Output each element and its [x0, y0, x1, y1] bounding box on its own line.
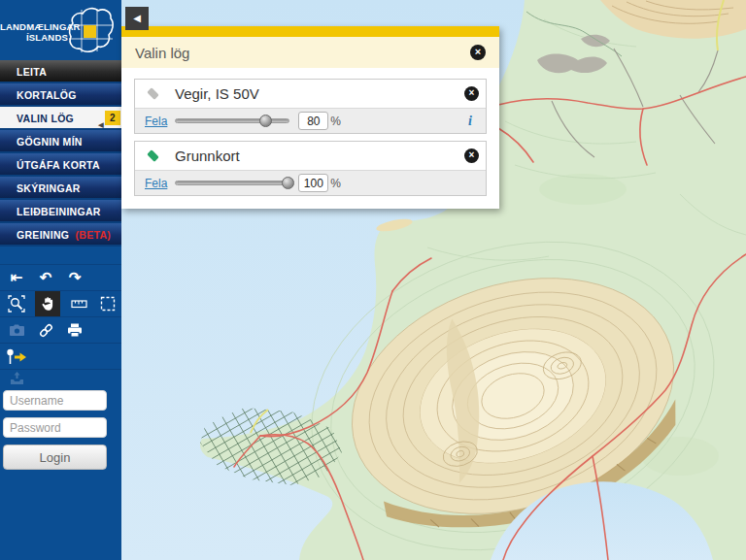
panel-body: Vegir, IS 50V × Fela % i Grunnkort × — [121, 68, 499, 209]
layer-card-grunnkort: Grunnkort × Fela % — [134, 141, 487, 196]
menu-label: LEIÐBEININGAR — [17, 206, 101, 217]
measure-icon[interactable] — [68, 293, 89, 314]
layer-name: Grunnkort — [175, 148, 240, 164]
sidebar-menu: LEITA KORTALÖG VALIN LÖG ◀ 2 GÖGNIN MÍN … — [0, 60, 121, 247]
percent-sign: % — [330, 115, 341, 128]
sidebar: LANDMÆLINGAR ÍSLANDS LEITA KORTALÖG VALI… — [0, 0, 121, 560]
slider-handle[interactable] — [259, 115, 272, 127]
app-logo: LANDMÆLINGAR ÍSLANDS — [0, 0, 121, 60]
menu-label: KORTALÖG — [17, 89, 77, 101]
brand-line1: LANDMÆLINGAR — [0, 21, 68, 32]
opacity-slider[interactable] — [175, 118, 289, 123]
layer-slider-row: Fela % — [135, 170, 486, 195]
menu-label: VALIN LÖG — [17, 113, 74, 124]
map-toolbar: ⇤ ↶ ↷ — [0, 264, 121, 385]
brand-text: LANDMÆLINGAR ÍSLANDS — [0, 21, 68, 43]
sidebar-item-greining[interactable]: GREINING (BETA) — [0, 223, 121, 247]
pin-share-icon[interactable] — [6, 346, 27, 367]
sidebar-item-valin-log[interactable]: VALIN LÖG ◀ 2 — [0, 107, 121, 130]
sidebar-item-leidbeiningar[interactable]: LEIÐBEININGAR — [0, 200, 121, 223]
opacity-input[interactable] — [298, 112, 328, 130]
hide-layer-link[interactable]: Fela — [145, 177, 167, 190]
menu-label: GREINING — [17, 229, 69, 241]
layer-slider-row: Fela % i — [135, 108, 486, 133]
menu-label: LEITA — [17, 66, 47, 78]
print-icon[interactable] — [64, 319, 85, 341]
slider-handle[interactable] — [282, 177, 294, 189]
layer-close-icon[interactable]: × — [464, 148, 479, 163]
select-area-icon[interactable] — [97, 293, 119, 314]
brand-line2: ÍSLANDS — [0, 32, 68, 43]
sidebar-item-leita[interactable]: LEITA — [0, 60, 121, 83]
selected-layers-panel: Valin lög × Vegir, IS 50V × Fela % i — [121, 26, 499, 209]
password-input[interactable] — [3, 417, 107, 438]
panel-title: Valin lög — [135, 45, 189, 61]
link-icon[interactable] — [35, 319, 56, 341]
menu-label: GÖGNIN MÍN — [17, 136, 83, 148]
panel-close-icon[interactable]: × — [470, 45, 486, 60]
sidebar-item-skyringar[interactable]: SKÝRINGAR — [0, 177, 121, 200]
layer-diamond-icon — [147, 87, 159, 100]
opacity-input[interactable] — [298, 174, 328, 192]
hide-layer-link[interactable]: Fela — [145, 115, 167, 128]
login-form: Login — [0, 386, 121, 470]
panel-collapse-button[interactable]: ◀ — [125, 7, 149, 30]
camera-icon[interactable] — [6, 319, 27, 341]
undo-icon[interactable]: ↶ — [35, 267, 56, 288]
zoom-box-icon[interactable] — [6, 293, 27, 314]
panel-accent-bar — [121, 26, 499, 37]
layer-title-row: Grunnkort × — [135, 142, 486, 170]
sidebar-item-utgafa-korta[interactable]: ÚTGÁFA KORTA — [0, 153, 121, 177]
layer-close-icon[interactable]: × — [464, 86, 479, 101]
redo-icon[interactable]: ↷ — [64, 267, 85, 288]
pan-hand-icon[interactable] — [35, 291, 60, 316]
menu-label: ÚTGÁFA KORTA — [17, 159, 100, 171]
sidebar-item-gognin-min[interactable]: GÖGNIN MÍN — [0, 130, 121, 153]
layer-name: Vegir, IS 50V — [175, 85, 259, 102]
layer-diamond-icon — [147, 149, 159, 162]
layer-title-row: Vegir, IS 50V × — [135, 80, 486, 108]
layer-count-badge: 2 — [105, 111, 120, 125]
percent-sign: % — [330, 177, 341, 190]
layer-card-vegir: Vegir, IS 50V × Fela % i — [134, 79, 487, 134]
username-input[interactable] — [3, 390, 107, 411]
login-button[interactable]: Login — [3, 445, 107, 470]
panel-header: Valin lög × — [121, 37, 499, 68]
beta-tag: (BETA) — [76, 229, 112, 241]
menu-label: SKÝRINGAR — [17, 182, 81, 194]
iceland-map-icon — [65, 4, 116, 58]
layer-info-icon[interactable]: i — [468, 114, 476, 129]
upload-icon[interactable] — [6, 367, 27, 388]
sidebar-item-kortalog[interactable]: KORTALÖG — [0, 83, 121, 107]
skip-back-icon[interactable]: ⇤ — [6, 267, 27, 288]
app-window: LANDMÆLINGAR ÍSLANDS LEITA KORTALÖG VALI… — [0, 0, 746, 560]
opacity-slider[interactable] — [175, 181, 289, 185]
